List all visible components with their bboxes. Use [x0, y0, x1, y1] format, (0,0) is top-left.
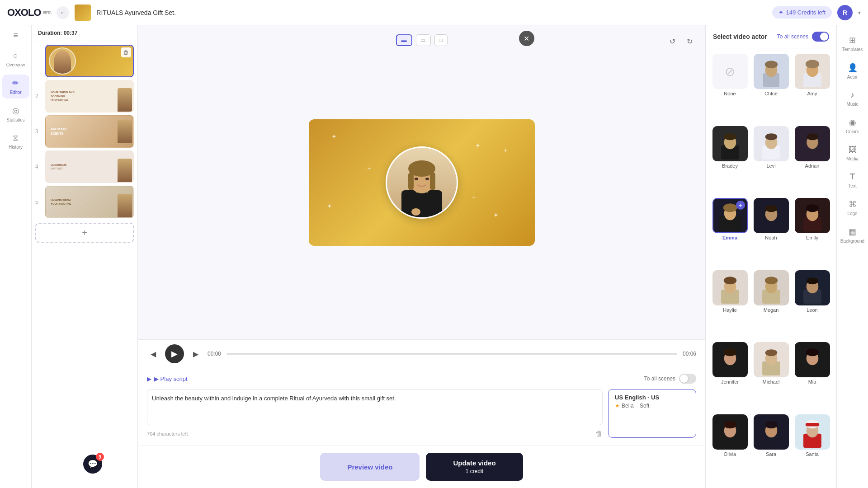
next-button[interactable]: ▶	[189, 347, 202, 360]
actor-card-chloe[interactable]: Chloe	[752, 54, 790, 122]
actor-card-jennifer[interactable]: Jennifer	[711, 342, 749, 411]
actor-card-leon[interactable]: Leon	[793, 270, 831, 339]
actor-card-noah[interactable]: Noah	[752, 198, 790, 267]
actor-avatar-amy	[795, 54, 830, 89]
far-sidebar-item-templates[interactable]: ⊞ Templates	[838, 31, 867, 56]
play-button[interactable]: ▶	[165, 344, 184, 363]
actor-circle-inner	[387, 148, 457, 217]
redo-button[interactable]: ↻	[683, 34, 696, 48]
actor-name-adrian: Adrian	[805, 163, 820, 169]
actor-card-levi[interactable]: Levi	[752, 126, 790, 195]
history-icon: ⧖	[13, 133, 19, 143]
chat-button[interactable]: 💬 9	[83, 455, 102, 474]
actor-name-mia: Mia	[808, 379, 816, 385]
far-sidebar-item-logo[interactable]: ⌘ Logo	[838, 195, 867, 221]
sidebar-item-overview[interactable]: ○ Overview	[2, 47, 29, 71]
editor-main: ▬ ▭ □ ↺ ↻ ✕ ✦ ✦ ✦ ✦ + + +	[138, 25, 705, 488]
scene-thumb-2[interactable]: NOURISHING ANDSOOTHINGPROPERTIES	[45, 80, 134, 113]
actor-card-none[interactable]: ⊘ None	[711, 54, 749, 122]
credits-button[interactable]: ✦ 149 Credits left	[772, 6, 832, 19]
actor-card-adrian[interactable]: Adrian	[793, 126, 831, 195]
user-dropdown-arrow[interactable]: ▾	[858, 9, 861, 16]
scene-list: Duration: 00:37 🗑 2	[32, 25, 138, 488]
media-icon: 🖼	[849, 145, 857, 155]
back-button[interactable]: ←	[57, 6, 69, 19]
progress-bar[interactable]	[226, 353, 677, 355]
actor-name-bradey: Bradey	[722, 163, 738, 169]
close-video-button[interactable]: ✕	[519, 31, 534, 46]
script-top: ▶ ▶ Play script To all scenes	[147, 374, 696, 384]
previous-button[interactable]: ◀	[147, 347, 160, 360]
actor-avatar-haylie	[712, 270, 748, 305]
text-icon: T	[850, 172, 855, 182]
actor-card-emily[interactable]: Emily	[793, 198, 831, 267]
actor-card-amy[interactable]: Amy	[793, 54, 831, 122]
size-9-16-button[interactable]: ▭	[415, 34, 430, 46]
actor-card-haylie[interactable]: Haylie	[711, 270, 749, 339]
colors-icon: ◉	[849, 117, 856, 127]
actor-card-megan[interactable]: Megan	[752, 270, 790, 339]
scene-thumb-4[interactable]: LUXURIOUSGIFT SET	[45, 150, 134, 183]
emma-add-button[interactable]: +	[736, 201, 745, 210]
actor-name-santa: Santa	[806, 451, 819, 457]
scene-number-3: 3	[35, 128, 42, 135]
templates-icon: ⊞	[849, 35, 856, 45]
far-sidebar-item-text[interactable]: T Text	[838, 168, 867, 193]
voice-selector[interactable]: US English - US ★ Bella – Soft	[608, 389, 696, 438]
statistics-icon: ◎	[12, 106, 19, 116]
to-all-scenes-toggle: To all scenes	[644, 374, 696, 384]
toggle-knob	[680, 375, 688, 383]
svg-point-16	[805, 60, 819, 68]
actor-card-michael[interactable]: Michael	[752, 342, 790, 411]
svg-point-32	[765, 205, 777, 212]
sidebar-item-statistics[interactable]: ◎ Statistics	[2, 102, 29, 126]
actor-avatar-adrian	[795, 126, 830, 161]
actor-card-bradey[interactable]: Bradey	[711, 126, 749, 195]
preview-video-button[interactable]: Preview video	[320, 453, 420, 481]
far-sidebar-item-actor[interactable]: 👤 Actor	[838, 58, 867, 84]
size-16-9-button[interactable]: ▬	[396, 34, 412, 46]
script-textarea[interactable]: Unleash the beauty within and indulge in…	[147, 389, 603, 425]
sparkle-5: +	[368, 164, 371, 172]
hamburger-icon[interactable]: ≡	[13, 31, 18, 40]
svg-point-59	[764, 421, 777, 428]
play-script-icon: ▶	[147, 375, 151, 382]
delete-script-button[interactable]: 🗑	[595, 430, 603, 438]
topbar: OXOLO BETA ← RITUALS Ayurveda Gift Set. …	[0, 0, 868, 25]
scene-delete-1[interactable]: 🗑	[121, 47, 131, 57]
actor-name-emma: Emma	[722, 235, 737, 240]
far-sidebar-item-music[interactable]: ♪ Music	[838, 86, 867, 111]
to-all-scenes-switch[interactable]	[679, 374, 696, 384]
voice-language: US English - US	[615, 394, 689, 401]
actor-name-olivia: Olivia	[724, 451, 736, 457]
voice-name: ★ Bella – Soft	[615, 403, 689, 409]
background-icon: ▦	[849, 227, 856, 237]
actor-card-emma[interactable]: + Emma	[711, 198, 749, 267]
script-content: Unleash the beauty within and indulge in…	[147, 389, 696, 438]
far-sidebar-item-background[interactable]: ▦ Background	[838, 222, 867, 248]
actor-card-mia[interactable]: Mia	[793, 342, 831, 411]
svg-point-29	[723, 203, 736, 212]
sidebar-item-history[interactable]: ⧖ History	[2, 130, 29, 153]
actor-avatar-santa	[795, 414, 830, 450]
user-avatar[interactable]: R	[837, 5, 853, 20]
sidebar-item-editor[interactable]: ✏ Editor	[2, 75, 29, 99]
update-video-button[interactable]: Update video 1 credit	[426, 453, 523, 481]
add-scene-button[interactable]: +	[35, 223, 134, 243]
undo-button[interactable]: ↺	[665, 34, 679, 48]
chat-notification-badge: 9	[96, 453, 104, 461]
actor-card-olivia[interactable]: Olivia	[711, 414, 749, 483]
scene-thumb-5[interactable]: UNWIND FROMYOUR ROUTINE	[45, 186, 134, 218]
size-1-1-button[interactable]: □	[434, 34, 447, 46]
actor-card-sara[interactable]: Sara	[752, 414, 790, 483]
far-sidebar-item-media[interactable]: 🖼 Media	[838, 141, 867, 166]
actor-all-scenes-toggle[interactable]	[812, 32, 829, 42]
actor-name-chloe: Chloe	[764, 91, 778, 96]
scene-thumb-1[interactable]: 🗑	[45, 45, 134, 77]
far-sidebar-item-colors[interactable]: ◉ Colors	[838, 113, 867, 139]
scene-thumb-3[interactable]: AROMATICSCENTS	[45, 115, 134, 148]
actor-avatar-emma: +	[712, 198, 748, 233]
topbar-right: ✦ 149 Credits left R ▾	[772, 5, 861, 20]
play-script-button[interactable]: ▶ ▶ Play script	[147, 375, 188, 382]
actor-card-santa[interactable]: Santa	[793, 414, 831, 483]
